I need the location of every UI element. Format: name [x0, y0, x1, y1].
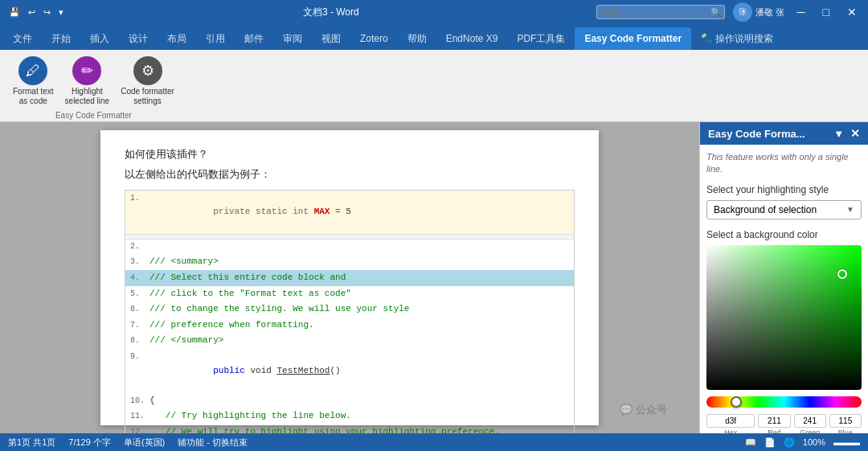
view-mode-read[interactable]: 📖 [745, 437, 756, 448]
panel-body: This feature works with only a single li… [700, 145, 868, 433]
window-title: 文档3 - Word [303, 6, 359, 18]
format-btn-label: Format textas code [13, 87, 54, 106]
user-avatar: 张 [733, 2, 752, 22]
maximize-btn[interactable]: □ [818, 4, 834, 20]
view-mode-layout[interactable]: 📄 [764, 437, 776, 448]
status-page: 第1页 共1页 [8, 437, 55, 449]
status-bar: 第1页 共1页 7/129 个字 单语(英国) 辅功能 - 切换结束 📖 📄 🌐… [0, 433, 868, 451]
code-line-2: 2. [125, 240, 574, 254]
quick-access-toolbar: 💾 ↩ ↪ ▾ [6, 6, 66, 18]
panel-small-text: This feature works with only a single li… [706, 151, 862, 176]
panel-close-btn[interactable]: ✕ [850, 127, 860, 140]
tab-help[interactable]: 帮助 [398, 27, 436, 50]
doc-line2: 以左侧给出的代码数据为例子： [125, 166, 575, 183]
highlight-line-btn[interactable]: ✏ Highlightselected line [62, 55, 113, 108]
settings-icon: ⚙ [133, 56, 162, 85]
watermark: 💬 公众号 [620, 403, 667, 417]
tab-review[interactable]: 审阅 [273, 27, 312, 50]
search-icon: 🔍 [710, 7, 722, 18]
code-line-9: 9. public void TestMethod() [125, 349, 574, 393]
red-label: Red [768, 428, 781, 433]
doc-line1: 如何使用该插件？ [125, 146, 575, 163]
panel-title: Easy Code Forma... [708, 128, 805, 140]
ribbon-buttons: 🖊 Format textas code ✏ Highlightselected… [10, 55, 178, 108]
blue-input[interactable] [829, 414, 862, 428]
ribbon-group-label: Easy Code Formatter [55, 111, 132, 120]
settings-icon-glyph: ⚙ [141, 62, 154, 80]
color-picker-area[interactable] [706, 245, 862, 390]
code-line-8: 8. /// </summary> [125, 333, 574, 349]
line-num-1: 1. [130, 192, 149, 205]
tab-file[interactable]: 文件 [3, 27, 42, 50]
red-input[interactable] [758, 414, 790, 428]
hue-slider-thumb [731, 396, 742, 408]
highlight-icon: ✏ [72, 56, 101, 85]
tab-view[interactable]: 视图 [312, 27, 350, 50]
ribbon-group-easy-code: 🖊 Format textas code ✏ Highlightselected… [6, 53, 187, 118]
undo-btn[interactable]: ↩ [26, 6, 38, 18]
minimize-btn[interactable]: ─ [792, 4, 810, 20]
highlight-style-dropdown[interactable]: Background of selection ▼ [706, 200, 862, 219]
highlight-style-label: Select your highlighting style [706, 184, 862, 195]
main-area: 如何使用该插件？ 以左侧给出的代码数据为例子： 1. private stati… [0, 122, 868, 433]
title-bar-left: 💾 ↩ ↪ ▾ [6, 6, 66, 18]
tab-insert[interactable]: 插入 [80, 27, 119, 50]
title-bar-center: 文档3 - Word [66, 6, 596, 19]
tab-mail[interactable]: 邮件 [235, 27, 273, 50]
doc-page: 如何使用该插件？ 以左侧给出的代码数据为例子： 1. private stati… [100, 130, 599, 425]
search-wrapper: 🔍 [596, 5, 725, 19]
view-mode-web[interactable]: 🌐 [784, 437, 795, 448]
panel-expand-icon[interactable]: ▼ [833, 128, 844, 140]
code-line-1: 1. private static int MAX = 5 [125, 191, 574, 236]
red-field-group: Red [758, 414, 790, 433]
tab-zotero[interactable]: Zotero [350, 27, 398, 50]
code-line-5: 5. /// click to the "Format text as code… [125, 286, 574, 302]
status-right: 📖 📄 🌐 100% ▬▬▬ [745, 437, 860, 448]
format-icon-glyph: 🖊 [26, 63, 40, 80]
tab-endnote[interactable]: EndNote X9 [436, 27, 508, 50]
hex-label: Hex [724, 428, 737, 433]
green-input[interactable] [794, 414, 826, 428]
zoom-level: 100% [803, 437, 825, 447]
status-language: 单语(英国) [124, 437, 165, 449]
settings-btn[interactable]: ⚙ Code formattersettings [117, 55, 178, 108]
tab-references[interactable]: 引用 [196, 27, 235, 50]
tab-easy-code[interactable]: Easy Code Formatter [575, 27, 691, 50]
zoom-slider[interactable]: ▬▬▬ [833, 437, 860, 447]
color-fields: Hex Red Green Blue [706, 414, 862, 433]
code-line-12: 12. // We will try to highlight using yo… [125, 424, 574, 433]
highlight-btn-label: Highlightselected line [65, 87, 110, 106]
tab-home[interactable]: 开始 [42, 27, 80, 50]
code-line-3: 3. /// <summary> [125, 254, 574, 270]
save-btn[interactable]: 💾 [6, 6, 23, 18]
customize-btn[interactable]: ▾ [56, 6, 66, 18]
panel-header: Easy Code Forma... ▼ ✕ [700, 122, 868, 145]
dropdown-arrow-icon: ▼ [846, 205, 854, 214]
ribbon-tabs: 文件 开始 插入 设计 布局 引用 邮件 审阅 视图 Zotero 帮助 End… [0, 24, 868, 50]
user-name: 潘敬 张 [755, 6, 784, 18]
code-content-1: private static int MAX = 5 [149, 191, 351, 234]
tab-design[interactable]: 设计 [119, 27, 158, 50]
title-bar: 💾 ↩ ↪ ▾ 文档3 - Word 🔍 张 潘敬 张 ─ □ ✕ [0, 0, 868, 24]
status-accessibility: 辅功能 - 切换结束 [178, 437, 248, 449]
redo-btn[interactable]: ↪ [41, 6, 53, 18]
blue-label: Blue [838, 428, 853, 433]
dropdown-value: Background of selection [714, 204, 817, 215]
side-panel: Easy Code Forma... ▼ ✕ This feature work… [699, 122, 868, 433]
code-block: 1. private static int MAX = 5 2. 3. /// … [125, 190, 575, 433]
green-label: Green [800, 428, 820, 433]
tab-action-search[interactable]: 🔦 操作说明搜索 [691, 27, 783, 50]
hue-slider[interactable] [706, 396, 862, 408]
highlight-icon-glyph: ✏ [81, 62, 93, 80]
code-line-11: 11. // Try highlighting the line below. [125, 408, 574, 424]
format-icon: 🖊 [18, 56, 47, 85]
hex-field-group: Hex [706, 414, 755, 433]
blue-field-group: Blue [829, 414, 862, 433]
hex-input[interactable] [706, 414, 755, 428]
format-text-btn[interactable]: 🖊 Format textas code [10, 55, 57, 108]
tab-pdf[interactable]: PDF工具集 [507, 27, 575, 50]
search-input[interactable] [596, 5, 725, 19]
close-btn[interactable]: ✕ [842, 4, 862, 20]
doc-area: 如何使用该插件？ 以左侧给出的代码数据为例子： 1. private stati… [0, 122, 699, 433]
tab-layout[interactable]: 布局 [158, 27, 196, 50]
